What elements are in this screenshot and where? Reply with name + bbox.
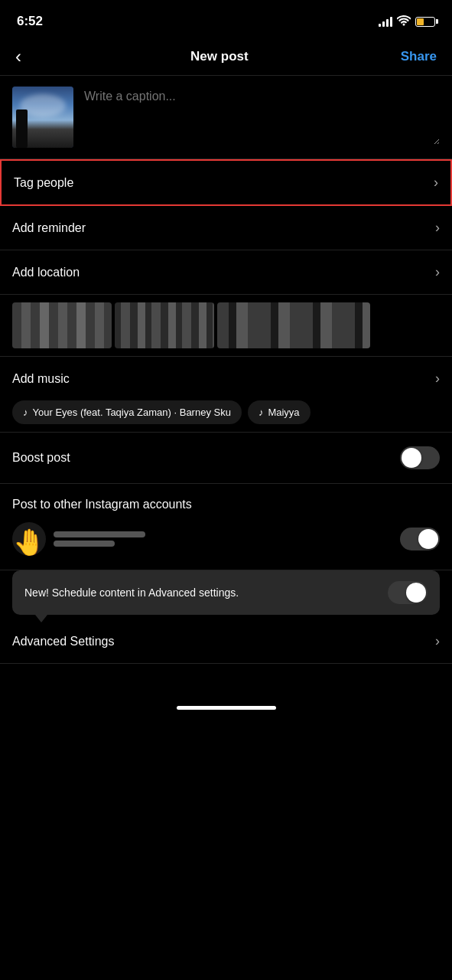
music-chips: ♪ Your Eyes (feat. Taqiya Zaman) · Barne… — [0, 393, 452, 432]
back-button[interactable]: ‹ — [15, 46, 38, 67]
add-location-item[interactable]: Add location › — [0, 250, 452, 295]
status-time: 6:52 — [17, 14, 43, 29]
other-accounts-header: Post to other Instagram accounts — [0, 484, 452, 519]
music-chip-2-text: Maiyya — [268, 407, 299, 418]
account-avatar: 🤚 — [12, 522, 46, 556]
blur-line-2 — [54, 541, 115, 547]
page-title: New post — [190, 49, 249, 64]
music-chip-1[interactable]: ♪ Your Eyes (feat. Taqiya Zaman) · Barne… — [12, 400, 242, 424]
boost-post-row: Boost post — [0, 433, 452, 484]
advanced-settings-label: Advanced Settings — [12, 635, 114, 648]
header: ‹ New post Share — [0, 38, 452, 76]
music-note-icon-1: ♪ — [23, 407, 28, 418]
tooltip-toggle[interactable] — [388, 581, 428, 604]
status-bar: 6:52 — [0, 0, 452, 38]
music-note-icon-2: ♪ — [259, 407, 264, 418]
account-row: 🤚 — [0, 519, 452, 559]
add-reminder-chevron: › — [435, 220, 440, 236]
wifi-icon — [397, 15, 411, 28]
music-chip-2[interactable]: ♪ Maiyya — [248, 400, 311, 424]
share-button[interactable]: Share — [401, 49, 437, 64]
music-chip-1-text: Your Eyes (feat. Taqiya Zaman) · Barney … — [33, 407, 231, 418]
add-location-label: Add location — [12, 266, 80, 279]
boost-post-label: Boost post — [12, 451, 70, 465]
add-music-label: Add music — [12, 372, 70, 386]
thumbnail-3[interactable] — [217, 302, 370, 348]
tooltip-bubble: New! Schedule content in Advanced settin… — [12, 570, 440, 615]
home-bar — [177, 706, 276, 710]
caption-area — [0, 76, 452, 159]
tag-people-chevron: › — [434, 175, 438, 191]
battery-icon — [415, 17, 435, 27]
add-music-chevron: › — [435, 371, 440, 387]
boost-post-knob — [402, 448, 421, 468]
post-thumbnail — [12, 87, 73, 148]
tooltip-toggle-knob — [406, 583, 426, 603]
account-toggle-knob — [418, 529, 438, 549]
advanced-settings-item[interactable]: Advanced Settings › — [0, 619, 452, 664]
thumbnails-row — [0, 295, 452, 357]
add-reminder-label: Add reminder — [12, 221, 86, 235]
other-accounts-section: Post to other Instagram accounts 🤚 — [0, 484, 452, 570]
status-icons — [379, 15, 435, 28]
account-name-blurred — [54, 531, 145, 547]
thumbnail-2[interactable] — [115, 302, 214, 348]
account-toggle[interactable] — [400, 528, 440, 550]
boost-post-toggle[interactable] — [400, 446, 440, 469]
home-indicator — [0, 691, 452, 717]
tooltip-container: New! Schedule content in Advanced settin… — [0, 570, 452, 615]
account-left: 🤚 — [12, 522, 145, 556]
music-section: Add music › ♪ Your Eyes (feat. Taqiya Za… — [0, 357, 452, 433]
tag-people-label: Tag people — [14, 176, 73, 190]
home-indicator-spacer — [0, 664, 452, 725]
tag-people-item[interactable]: Tag people › — [0, 159, 452, 206]
thumbnail-1[interactable] — [12, 302, 112, 348]
caption-input[interactable] — [84, 87, 440, 145]
blur-line-1 — [54, 531, 145, 537]
add-music-item[interactable]: Add music › — [0, 357, 452, 393]
signal-icon — [379, 16, 392, 27]
add-reminder-item[interactable]: Add reminder › — [0, 206, 452, 250]
add-location-chevron: › — [435, 264, 440, 280]
tooltip-text: New! Schedule content in Advanced settin… — [24, 586, 379, 599]
advanced-settings-chevron: › — [435, 633, 440, 649]
